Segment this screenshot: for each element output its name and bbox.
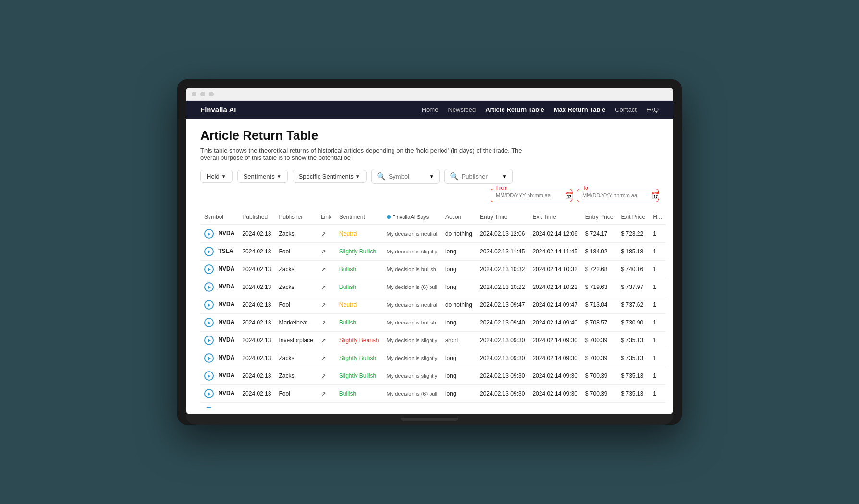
cell-action-4: do nothing [442, 296, 476, 314]
cell-ai-says-2: My decision is bullish. [383, 261, 442, 278]
table-row: ▶ NVDA 2024.02.13 Zacks ↗ Slightly Bulli… [200, 349, 666, 367]
play-button-5[interactable]: ▶ [204, 318, 214, 327]
external-link-icon-8[interactable]: ↗ [321, 372, 326, 380]
cell-published-4: 2024.02.13 [238, 296, 275, 314]
external-link-icon-7[interactable]: ↗ [321, 355, 326, 362]
cell-entry-price-3: $ 719.63 [581, 278, 617, 296]
cell-symbol-3: NVDA [218, 283, 234, 290]
cell-entry-time-0: 2024.02.13 12:06 [476, 225, 528, 243]
to-date-input[interactable] [582, 192, 649, 198]
cell-exit-time-9: 2024.02.14 09:30 [528, 385, 581, 403]
external-link-icon-3[interactable]: ↗ [321, 284, 326, 291]
play-button-9[interactable]: ▶ [204, 389, 214, 398]
col-sentiment: Sentiment [335, 210, 383, 225]
from-date-input[interactable] [496, 192, 562, 198]
cell-sentiment-1: Slightly Bullish [335, 243, 383, 261]
cell-publisher-9: Fool [275, 385, 317, 403]
to-date-picker: To 📅 [577, 189, 659, 202]
cell-ai-says-5: My decision is bullish. [383, 314, 442, 332]
cell-symbol-9: NVDA [218, 390, 234, 396]
sentiments-filter[interactable]: Sentiments ▼ [237, 170, 288, 183]
hold-label: Hold [207, 173, 220, 180]
browser-dot-2 [200, 92, 205, 96]
cell-exit-time-8: 2024.02.14 09:30 [528, 367, 581, 385]
cell-sentiment-9: Bullish [335, 385, 383, 403]
nav-faq[interactable]: FAQ [646, 106, 659, 113]
specific-sentiments-filter[interactable]: Specific Sentiments ▼ [293, 170, 367, 183]
table-row: ▶ NVDA 2024.02.13 Fool ↗ Bullish My deci… [200, 385, 666, 403]
cell-hold-1: 1 [649, 243, 666, 261]
cell-ai-says-7: My decision is slightly [383, 349, 442, 367]
from-calendar-icon[interactable]: 📅 [565, 192, 573, 199]
play-button-0[interactable]: ▶ [204, 229, 214, 239]
cell-exit-price-5: $ 730.90 [617, 314, 650, 332]
nav-max-return[interactable]: Max Return Table [554, 106, 605, 113]
nav-newsfeed[interactable]: Newsfeed [448, 106, 476, 113]
external-link-icon-5[interactable]: ↗ [321, 319, 326, 326]
external-link-icon-0[interactable]: ↗ [321, 230, 326, 238]
table-row: ▶ NVDA 2024.02.13 Zacks ↗ Slightly Bulli… [200, 367, 666, 385]
cell-play-9: ▶ NVDA [200, 385, 238, 403]
cell-entry-price-2: $ 722.68 [581, 261, 617, 278]
cell-publisher-6: Investorplace [275, 332, 317, 349]
cell-exit-time-0: 2024.02.14 12:06 [528, 225, 581, 243]
cell-action-10: short [442, 403, 476, 408]
symbol-input[interactable] [389, 173, 427, 180]
external-link-icon-9[interactable]: ↗ [321, 390, 326, 397]
play-button-10[interactable]: ▶ [204, 407, 214, 408]
cell-exit-time-6: 2024.02.14 09:30 [528, 332, 581, 349]
nav-article-return[interactable]: Article Return Table [485, 106, 544, 113]
cell-entry-price-1: $ 184.92 [581, 243, 617, 261]
play-button-3[interactable]: ▶ [204, 282, 214, 292]
cell-sentiment-8: Slightly Bullish [335, 367, 383, 385]
col-link: Link [317, 210, 335, 225]
cell-sentiment-5: Bullish [335, 314, 383, 332]
cell-hold-10: 1 [649, 403, 666, 408]
laptop-frame: Finvalia AI Home Newsfeed Article Return… [177, 79, 682, 425]
col-published: Published [238, 210, 275, 225]
nav-contact[interactable]: Contact [615, 106, 637, 113]
cell-play-1: ▶ TSLA [200, 243, 238, 261]
to-calendar-icon[interactable]: 📅 [651, 192, 660, 199]
cell-entry-price-7: $ 700.39 [581, 349, 617, 367]
cell-exit-time-10: 2024.02.14 09:30 [528, 403, 581, 408]
cell-publisher-4: Fool [275, 296, 317, 314]
nav-links: Home Newsfeed Article Return Table Max R… [422, 106, 659, 113]
external-link-icon-6[interactable]: ↗ [321, 337, 326, 344]
cell-entry-time-1: 2024.02.13 11:45 [476, 243, 528, 261]
external-link-icon-4[interactable]: ↗ [321, 301, 326, 309]
play-button-2[interactable]: ▶ [204, 264, 214, 274]
nav-home[interactable]: Home [422, 106, 439, 113]
cell-entry-time-8: 2024.02.13 09:30 [476, 367, 528, 385]
laptop-screen: Finvalia AI Home Newsfeed Article Return… [186, 88, 673, 414]
cell-exit-time-4: 2024.02.14 09:47 [528, 296, 581, 314]
table-row: ▶ NVDA 2024.02.13 Fool ↗ Neutral My deci… [200, 296, 666, 314]
cell-hold-4: 1 [649, 296, 666, 314]
cell-action-3: long [442, 278, 476, 296]
play-button-7[interactable]: ▶ [204, 353, 214, 363]
cell-symbol-8: NVDA [218, 372, 234, 379]
cell-play-3: ▶ NVDA [200, 278, 238, 296]
external-link-icon-2[interactable]: ↗ [321, 266, 326, 273]
cell-hold-7: 1 [649, 349, 666, 367]
cell-publisher-1: Fool [275, 243, 317, 261]
cell-published-0: 2024.02.13 [238, 225, 275, 243]
cell-entry-time-3: 2024.02.13 10:22 [476, 278, 528, 296]
cell-ai-says-4: My decision is neutral [383, 296, 442, 314]
play-button-8[interactable]: ▶ [204, 371, 214, 381]
cell-exit-time-1: 2024.02.14 11:45 [528, 243, 581, 261]
external-link-icon-1[interactable]: ↗ [321, 248, 326, 255]
cell-play-5: ▶ NVDA [200, 314, 238, 332]
play-button-4[interactable]: ▶ [204, 300, 214, 310]
cell-play-8: ▶ NVDA [200, 367, 238, 385]
hold-chevron-icon: ▼ [221, 174, 226, 179]
play-button-1[interactable]: ▶ [204, 247, 214, 256]
cell-hold-6: 1 [649, 332, 666, 349]
play-button-6[interactable]: ▶ [204, 336, 214, 345]
cell-published-1: 2024.02.13 [238, 243, 275, 261]
publisher-input[interactable] [462, 173, 500, 180]
cell-entry-price-5: $ 708.57 [581, 314, 617, 332]
hold-filter[interactable]: Hold ▼ [200, 170, 233, 183]
symbol-search: 🔍 ▼ [371, 169, 440, 184]
specific-sentiments-chevron-icon: ▼ [356, 174, 360, 179]
